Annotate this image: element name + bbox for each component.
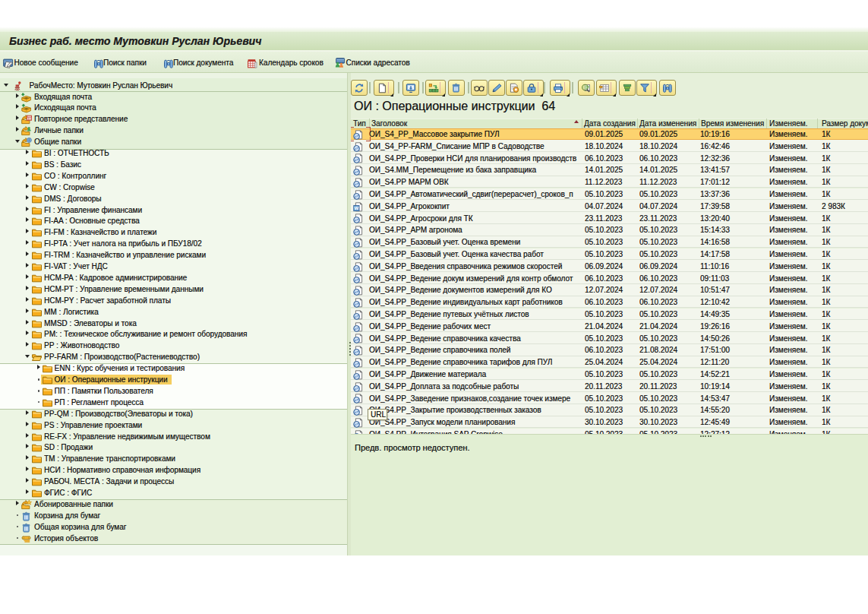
svg-text:W: W — [355, 206, 359, 210]
